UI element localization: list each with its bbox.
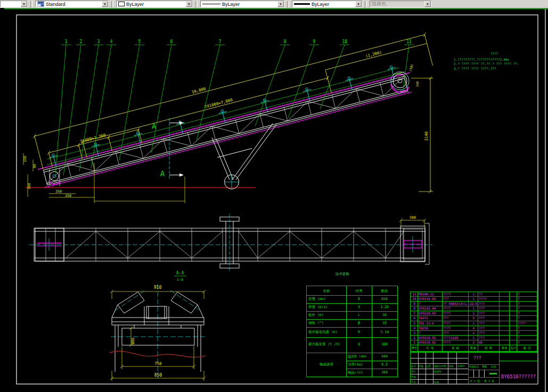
param-motor-sub: 功率(kw) xyxy=(348,362,363,367)
plan-view: 500 xyxy=(29,214,432,272)
parameter-table: 名称 代号 数值 带宽 (mm) B 650 带速 (m/s) V 1.25 机… xyxy=(306,286,398,377)
dim-250b: 250 xyxy=(65,194,71,198)
rev-doc-label: 更改文件号 xyxy=(434,365,446,368)
tail-dimensions: 150 80 300 250 250 xyxy=(23,153,185,203)
section-scale: 1:4 xyxy=(177,278,184,282)
bom-header-row: 序号代 号 名 称数量 材 料单件 总计备 注 xyxy=(411,345,537,352)
balloon-numbers: 1 2 3 4 5 6 7 8 9 10 11 xyxy=(65,39,412,44)
section-letter-top: A xyxy=(152,122,157,130)
lineweight-sample-icon xyxy=(294,3,310,5)
balloon-9: 9 xyxy=(313,39,316,44)
param-motor-sub: 电压—(v) xyxy=(348,370,363,375)
param-name: 最大输送量 (t /h) xyxy=(308,342,340,347)
lineweight-combo[interactable]: ByLayer ▼ xyxy=(292,1,362,7)
dim-style-combo[interactable]: ▼ xyxy=(0,1,28,7)
dim-drive-width: 500 xyxy=(410,215,416,220)
color-swatch-icon xyxy=(118,2,125,6)
chevron-down-icon[interactable]: ▼ xyxy=(355,1,362,7)
note-line: 1.?????????,????????????2.W&L xyxy=(454,57,535,62)
text-style-value: Standard xyxy=(46,2,66,7)
stage-label: 阶段标记 xyxy=(469,365,479,368)
dim-250a: 250 xyxy=(55,189,62,194)
balloon-5: 5 xyxy=(138,39,141,44)
balloon-11: 11 xyxy=(406,39,412,44)
bom-row: 8DY6510.04 ????1 ??? ? xyxy=(411,306,537,311)
support-legs xyxy=(212,123,276,189)
bom-row: 2DY6510.02 ????¢3201 ??? ? xyxy=(411,336,537,340)
rev-sign-label: 签名 xyxy=(449,365,454,368)
chevron-down-icon: ▼ xyxy=(424,1,431,7)
scale-label: 比例 xyxy=(491,365,496,368)
sheet-count-label: 共 1 张 xyxy=(470,379,480,382)
rev-date-label: 年月日 xyxy=(457,365,465,368)
bom-row: 3? ???2 ??? ? xyxy=(411,331,537,336)
balloon-3: 3 xyxy=(97,39,100,44)
param-value: 100 xyxy=(381,342,388,346)
param-name: 机长 (m) xyxy=(308,313,324,318)
weight-label: 重量 xyxy=(482,365,487,368)
bom-row: 10DY6510.05 ???1 ???? ? xyxy=(411,297,537,302)
dim-850: 850 xyxy=(154,373,162,378)
chevron-down-icon[interactable]: ▼ xyxy=(21,1,27,7)
param-name: 倾角 (°) xyxy=(308,321,324,326)
param-value: 650 xyxy=(381,297,388,301)
param-symbol: H xyxy=(358,330,360,334)
param-table-caption: 技术参数 xyxy=(336,272,349,277)
dim-head-drop: 240 xyxy=(415,81,419,87)
plotstyle-combo: 随颜色 ▼ xyxy=(370,1,431,7)
bom-row: 5TD1.12-Ⅱ ????1 ??? ???? xyxy=(411,321,537,326)
linetype-combo[interactable]: ByLayer ▼ xyxy=(200,1,284,7)
bom-row: 6TD2S1 ???5 ??? ? xyxy=(411,316,537,321)
dim-height: 3140 xyxy=(424,131,429,141)
section-view: A-A 1:4 910 xyxy=(110,271,206,381)
linetype-sample-icon xyxy=(202,4,220,4)
dim-style-value xyxy=(1,1,21,7)
toolbar-separator xyxy=(195,1,198,7)
color-combo[interactable]: ByLayer ▼ xyxy=(116,1,193,7)
bom-row: 7DY6510.03 ????1 ??? ? xyxy=(411,311,537,316)
toolbar-separator xyxy=(30,1,32,7)
balloon-leaders xyxy=(55,45,414,176)
param-symbol: V xyxy=(358,305,360,309)
approve-label: 批准 xyxy=(434,381,439,383)
tail-pulley xyxy=(50,168,60,186)
dim-750: 750 xyxy=(154,361,162,366)
idler-stands xyxy=(49,65,399,168)
process-label: 工艺 xyxy=(411,381,416,383)
plotstyle-value: 随颜色 xyxy=(370,1,424,7)
bom-row: 9? ?? 500X3(3+1.5)22.5 ??? ? xyxy=(411,302,537,306)
dim-150: 150 xyxy=(23,156,27,162)
chevron-down-icon[interactable]: ▼ xyxy=(277,1,284,7)
linetype-value: ByLayer xyxy=(222,2,240,7)
section-letter-bottom: A xyxy=(160,169,165,178)
scale-bar xyxy=(489,373,497,374)
balloon-10: 10 xyxy=(342,39,347,44)
rev-count-label: 处数 xyxy=(419,365,423,368)
param-motor-sub: 直径D (mm) xyxy=(348,354,367,359)
bom-row: 11PDJ00.11 ????1 ?? ? xyxy=(411,292,537,297)
drawing-title: ??? xyxy=(473,356,481,361)
param-name: 带速 (m/s) xyxy=(308,305,328,310)
param-header-symbol: 代号 xyxy=(356,289,363,294)
param-symbol: L xyxy=(358,313,360,317)
chevron-down-icon[interactable]: ▼ xyxy=(102,1,108,7)
chevron-down-icon[interactable]: ▼ xyxy=(186,1,192,7)
style-icon xyxy=(37,1,44,7)
dim-roller-dia: Ø89 xyxy=(131,338,135,345)
page-number-label: 第 1 张 xyxy=(484,379,494,382)
balloon-1: 1 xyxy=(65,39,68,44)
text-style-combo[interactable]: Standard ▼ xyxy=(35,1,109,7)
plan-drive-end: 500 xyxy=(399,215,429,264)
guard-rails xyxy=(45,67,403,165)
param-motor-value: 380 xyxy=(381,370,388,374)
toolbar-separator xyxy=(287,1,289,7)
param-motor-value: 6.5 xyxy=(381,362,388,366)
general-notes: ???? 1.?????????,????????????2.W&L 2.? ?… xyxy=(454,52,535,71)
param-symbol: Q xyxy=(358,342,360,346)
dim-80: 80 xyxy=(32,164,37,168)
param-name: 带宽 (mm) xyxy=(308,297,326,302)
lineweight-value: ByLayer xyxy=(312,2,329,7)
param-motor-value: 500 xyxy=(381,354,388,358)
param-value: 3.14 xyxy=(380,330,389,334)
param-symbol: β xyxy=(358,321,360,325)
